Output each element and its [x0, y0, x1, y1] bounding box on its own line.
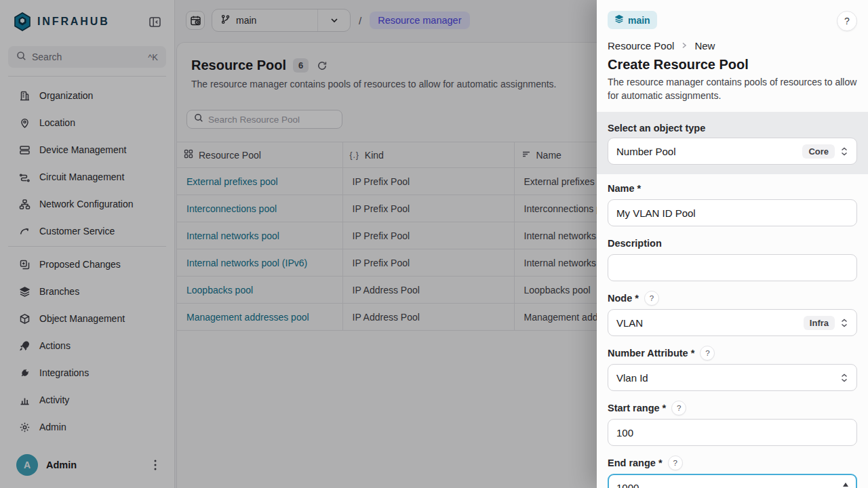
end-range-input-wrap [608, 474, 857, 488]
object-type-label: Select an object type [608, 123, 857, 134]
field-number-attribute: Number Attribute * ? Vlan Id [608, 346, 857, 391]
field-start-range: Start range * ? [608, 401, 857, 446]
infra-badge: Infra [804, 316, 835, 330]
end-range-input[interactable] [616, 482, 837, 488]
drawer-title: Create Resource Pool [608, 57, 857, 73]
field-node: Node * ? VLAN Infra [608, 291, 857, 336]
field-label: End range * [608, 458, 663, 468]
breadcrumb-resource-pool[interactable]: Resource Pool [608, 40, 674, 52]
spinner-up-icon[interactable] [843, 483, 848, 487]
object-type-select[interactable]: Number Pool Core [608, 138, 857, 165]
core-badge: Core [802, 144, 835, 159]
field-label: Name * [608, 183, 641, 194]
name-input-wrap [608, 199, 857, 226]
chevron-updown-icon [840, 146, 848, 157]
app: INFRAHUB ^K Organization Location Device… [0, 0, 868, 488]
drawer-backdrop[interactable] [0, 0, 597, 488]
help-icon[interactable]: ? [700, 346, 715, 361]
field-label: Node * [608, 293, 639, 304]
help-icon[interactable]: ? [668, 455, 683, 470]
create-resource-pool-drawer: main ? Resource Pool New Create Resource… [597, 0, 868, 488]
field-label: Start range * [608, 403, 666, 413]
help-icon[interactable]: ? [644, 291, 659, 306]
node-select[interactable]: VLAN Infra [608, 309, 857, 336]
drawer-header: main ? Resource Pool New Create Resource… [597, 0, 868, 112]
chevron-updown-icon [840, 318, 848, 328]
drawer-breadcrumb: Resource Pool New [608, 39, 857, 52]
help-icon[interactable]: ? [671, 401, 686, 415]
number-attribute-select[interactable]: Vlan Id [608, 364, 857, 391]
chevron-right-icon [680, 40, 688, 52]
drawer-description: The resource manager contains pools of r… [608, 75, 857, 102]
help-button[interactable]: ? [837, 11, 857, 31]
number-spinner[interactable] [843, 483, 848, 488]
chevron-updown-icon [840, 373, 848, 383]
field-name: Name * [608, 181, 857, 226]
name-input[interactable] [616, 207, 848, 219]
field-end-range: End range * ? [608, 455, 857, 488]
field-label: Number Attribute * [608, 348, 694, 359]
field-label: Description [608, 238, 662, 249]
object-type-section: Select an object type Number Pool Core [597, 112, 868, 174]
description-textarea-wrap [608, 254, 857, 281]
layers-icon [614, 14, 624, 26]
branch-badge[interactable]: main [608, 11, 657, 29]
description-textarea[interactable] [608, 255, 856, 281]
field-description: Description [608, 236, 857, 281]
breadcrumb-new: New [694, 40, 715, 52]
drawer-form: Name * Description Node * ? VLAN Infr [597, 174, 868, 488]
start-range-input[interactable] [616, 427, 848, 439]
start-range-input-wrap [608, 419, 857, 446]
